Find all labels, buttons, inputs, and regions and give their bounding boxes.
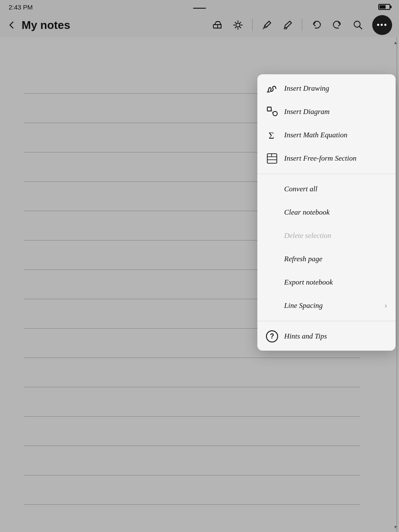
toolbar-divider — [252, 19, 253, 31]
menu-section-help: ? Hints and Tips — [257, 322, 396, 351]
delete-icon-placeholder — [266, 230, 278, 242]
svg-rect-0 — [213, 25, 221, 28]
line-spacing-label: Line Spacing — [284, 301, 379, 310]
menu-item-line-spacing[interactable]: Line Spacing › — [257, 294, 396, 317]
menu-item-insert-diagram[interactable]: Insert Diagram — [257, 100, 396, 124]
status-bar: 2:43 PM — [0, 0, 399, 13]
convert-all-icon-placeholder — [266, 183, 278, 195]
svg-rect-1 — [218, 25, 221, 28]
export-notebook-label: Export notebook — [284, 278, 387, 287]
insert-drawing-label: Insert Drawing — [284, 84, 387, 93]
note-line — [24, 446, 360, 446]
redo-icon[interactable] — [331, 19, 344, 32]
svg-line-11 — [265, 25, 266, 27]
export-icon-placeholder — [266, 276, 278, 288]
menu-item-insert-math[interactable]: Σ Insert Math Equation — [257, 124, 396, 147]
search-icon[interactable] — [352, 19, 364, 32]
svg-point-18 — [273, 111, 277, 116]
note-line — [24, 358, 360, 358]
svg-text:Σ: Σ — [269, 130, 274, 141]
menu-item-hints-tips[interactable]: ? Hints and Tips — [257, 325, 396, 348]
help-circle-icon: ? — [266, 330, 278, 342]
insert-math-label: Insert Math Equation — [284, 131, 387, 139]
note-line — [24, 416, 360, 417]
insert-freeform-label: Insert Free-form Section — [284, 154, 387, 163]
menu-item-clear-notebook[interactable]: Clear notebook — [257, 201, 396, 224]
page-title: My notes — [22, 19, 70, 32]
menu-item-insert-drawing[interactable]: Insert Drawing — [257, 77, 396, 100]
clear-notebook-label: Clear notebook — [284, 208, 387, 217]
svg-line-12 — [263, 28, 264, 29]
toolbar: My notes — [0, 13, 399, 37]
menu-item-export-notebook[interactable]: Export notebook — [257, 271, 396, 294]
svg-line-7 — [235, 22, 236, 23]
notch-indicator — [193, 8, 206, 9]
menu-item-convert-all[interactable]: Convert all — [257, 177, 396, 201]
status-right — [378, 4, 390, 10]
note-area[interactable]: Insert Drawing Insert Diagram Σ — [0, 37, 399, 532]
diagram-icon — [266, 106, 278, 118]
scroll-up-button[interactable]: ▲ — [392, 39, 399, 46]
toolbar-right: ••• — [211, 15, 392, 35]
more-button[interactable]: ••• — [372, 15, 392, 35]
drawing-icon — [266, 82, 278, 95]
eraser-icon[interactable] — [211, 19, 224, 32]
svg-line-9 — [240, 22, 241, 23]
refresh-page-label: Refresh page — [284, 255, 387, 263]
scrollbar-track — [396, 37, 397, 532]
undo-icon[interactable] — [310, 19, 323, 32]
back-button[interactable] — [7, 20, 16, 30]
note-line — [24, 504, 360, 505]
svg-line-8 — [240, 27, 241, 28]
delete-selection-label: Delete selection — [284, 231, 387, 240]
menu-item-refresh-page[interactable]: Refresh page — [257, 247, 396, 271]
svg-rect-21 — [267, 154, 277, 163]
note-line — [24, 387, 360, 387]
status-time: 2:43 PM — [9, 3, 33, 11]
math-icon: Σ — [266, 129, 278, 141]
battery-icon — [378, 4, 390, 10]
scroll-down-button[interactable]: ▼ — [392, 523, 399, 530]
menu-section-actions: Convert all Clear notebook Delete select… — [257, 175, 396, 320]
toolbar-divider-2 — [302, 19, 302, 31]
more-label: ••• — [377, 21, 388, 29]
refresh-icon-placeholder — [266, 253, 278, 265]
menu-section-insert: Insert Drawing Insert Diagram Σ — [257, 74, 396, 173]
pencil-icon[interactable] — [281, 19, 294, 32]
back-arrow-icon — [7, 20, 16, 30]
svg-point-2 — [236, 23, 240, 27]
line-spacing-arrow-icon: › — [385, 302, 387, 310]
pen-icon[interactable] — [260, 19, 273, 32]
brightness-icon[interactable] — [231, 19, 244, 32]
menu-item-insert-freeform[interactable]: Insert Free-form Section — [257, 147, 396, 170]
svg-line-19 — [271, 109, 273, 114]
scrollbar: ▲ ▼ — [396, 37, 399, 532]
svg-rect-13 — [284, 28, 287, 29]
svg-line-10 — [235, 27, 236, 28]
convert-all-label: Convert all — [284, 185, 387, 193]
hints-tips-label: Hints and Tips — [284, 332, 387, 341]
menu-divider-1 — [257, 174, 396, 174]
menu-item-delete-selection: Delete selection — [257, 224, 396, 247]
freeform-icon — [266, 152, 278, 165]
svg-rect-17 — [267, 107, 271, 111]
line-spacing-icon-placeholder — [266, 300, 278, 312]
dropdown-menu: Insert Drawing Insert Diagram Σ — [257, 74, 396, 351]
clear-icon-placeholder — [266, 206, 278, 218]
insert-diagram-label: Insert Diagram — [284, 108, 387, 116]
toolbar-left: My notes — [7, 19, 211, 32]
note-line — [24, 475, 360, 475]
svg-line-15 — [360, 27, 362, 29]
menu-divider-2 — [257, 321, 396, 321]
